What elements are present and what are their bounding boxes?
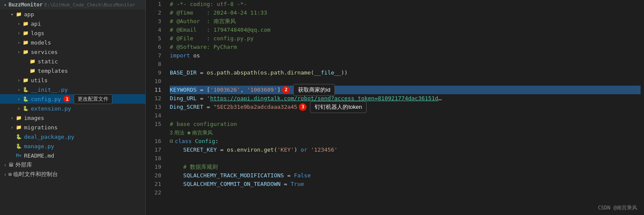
code-line-18 <box>170 154 641 163</box>
folder-icon: 📁 <box>22 39 29 46</box>
folder-icon: 📁 <box>15 114 22 121</box>
code-text: # @File : config.py.py <box>170 34 254 43</box>
file-explorer[interactable]: BuzzMonitor E:\GitHub_Code_Check\BuzzMon… <box>0 0 146 215</box>
fold-icon[interactable]: ⊟ <box>170 137 173 146</box>
sidebar-root[interactable]: BuzzMonitor E:\GitHub_Code_Check\BuzzMon… <box>0 0 145 9</box>
code-text: ) <box>294 146 301 154</box>
code-text: # @Author : 南宫乘风 <box>170 17 236 26</box>
code-text <box>170 171 183 180</box>
callout-badge-2: 2 <box>282 86 290 94</box>
code-line-16: ⊟ class Config : <box>170 137 641 146</box>
code-text: class <box>175 137 192 146</box>
ln-17: 17 <box>149 146 161 154</box>
code-text: "SEC2b31e9ba2adcdaaa32a45 <box>214 103 298 111</box>
sidebar-item-ext-libs[interactable]: 🏛 外部库 <box>0 160 145 170</box>
csdn-watermark: CSDN @南宫乘风 <box>598 204 637 212</box>
ln-usage <box>149 128 161 137</box>
code-text <box>170 180 183 188</box>
sidebar-item-readme[interactable]: M+ README.md <box>0 151 145 160</box>
ln-3: 3 <box>149 17 161 26</box>
sidebar-item-api[interactable]: 📁 api <box>0 19 145 28</box>
code-text: 'KEY' <box>277 146 294 154</box>
init-label: __init__.py <box>31 87 68 93</box>
folder-icon: 📁 <box>22 30 29 36</box>
code-text: SQLALCHEMY_TRACK_MODIFICATIONS <box>183 171 284 180</box>
folder-icon: 📁 <box>15 124 22 131</box>
code-line-9: BASE_DIR = os.path.abspath ( os.path.dir… <box>170 69 641 77</box>
code-text: # -*- coding: utf-8 -*- <box>170 0 247 9</box>
code-line-2: # @Time : 2024-04-24 11:33 <box>170 9 641 17</box>
sidebar-item-utils[interactable]: 📁 utils <box>0 75 145 85</box>
sidebar-item-static[interactable]: 📁 static <box>0 57 145 66</box>
ext-label: extension.py <box>31 105 71 112</box>
code-text: '123456' <box>311 146 338 154</box>
ln-9: 9 <box>149 69 161 77</box>
ln-5: 5 <box>149 34 161 43</box>
code-text: = <box>203 103 213 111</box>
code-text: Ding_SCRET <box>170 103 203 111</box>
code-text: … <box>438 94 442 103</box>
code-text: or <box>301 146 307 154</box>
code-line-19: # 数据库规则 <box>170 163 641 171</box>
ln-8: 8 <box>149 60 161 69</box>
ln-18: 18 <box>149 154 161 163</box>
config-tooltip: 更改配置文件 <box>74 94 112 104</box>
ext-arrow <box>15 105 22 112</box>
ln-21: 21 <box>149 180 161 188</box>
code-text: , <box>240 86 247 94</box>
folder-icon: 📁 <box>15 11 22 18</box>
ext-libs-label: 外部库 <box>15 161 32 169</box>
temp-icon: ⊞ <box>9 171 12 177</box>
code-text <box>307 146 311 154</box>
code-text: KEYWORDS <box>170 86 197 94</box>
sidebar-item-temp-console[interactable]: ⊞ 临时文件和控制台 <box>0 170 145 179</box>
ln-6: 6 <box>149 43 161 51</box>
code-text <box>170 163 183 171</box>
ln-4: 4 <box>149 26 161 34</box>
code-line-21: SQLALCHEMY_COMMIT_ON_TEARDOWN = True <box>170 180 641 188</box>
static-label: static <box>38 58 58 65</box>
readme-label: README.md <box>24 152 54 159</box>
code-text: ' <box>207 94 210 103</box>
logs-arrow <box>15 30 22 36</box>
sidebar-item-services[interactable]: 📁 services <box>0 47 145 57</box>
utils-arrow <box>15 77 22 84</box>
code-text: '1003626' <box>210 86 240 94</box>
sidebar-item-manage[interactable]: 🐍 manage.py <box>0 141 145 151</box>
code-line-10 <box>170 77 641 86</box>
sidebar-item-config[interactable]: 🐍 config.py 1 更改配置文件 <box>0 94 145 104</box>
code-text: ] <box>277 86 281 94</box>
sidebar-item-init[interactable]: 🐍 __init__.py <box>0 85 145 94</box>
ext-libs-icon: 🏛 <box>9 162 14 168</box>
sidebar-item-templates[interactable]: 📁 templates <box>0 66 145 75</box>
code-line-11: KEYWORDS = [ '1003626' , '1003609' ] 2 获… <box>170 86 641 94</box>
ln-15: 15 <box>149 120 161 128</box>
ln-12: 12 <box>149 94 161 103</box>
code-line-4: # @Email : 1794748404@qq.com <box>170 26 641 34</box>
sidebar-item-app[interactable]: 📁 app <box>0 9 145 19</box>
code-text: Config <box>195 137 215 146</box>
callout-badge-3: 3 <box>299 103 307 111</box>
sidebar-item-migrations[interactable]: 📁 migrations <box>0 122 145 132</box>
templates-label: templates <box>38 68 68 74</box>
sidebar-item-deal-package[interactable]: 🐍 deal_package.py <box>0 132 145 141</box>
code-text: # 数据库规则 <box>183 163 218 171</box>
code-text: # @Time : 2024-04-24 11:33 <box>170 9 267 17</box>
code-text: # @Email : 1794748404@qq.com <box>170 26 271 34</box>
code-text: False <box>294 171 311 180</box>
sidebar-item-extension[interactable]: 🐍 extension.py <box>0 104 145 113</box>
code-text: ( <box>274 146 277 154</box>
code-line-7: import os <box>170 51 641 60</box>
sidebar-item-images[interactable]: 📁 images <box>0 113 145 122</box>
sidebar-item-logs[interactable]: 📁 logs <box>0 28 145 38</box>
ln-11: 11 <box>149 86 161 94</box>
code-area[interactable]: # -*- coding: utf-8 -*- # @Time : 2024-0… <box>166 0 644 215</box>
code-usage-hint: 3 用法 ♣ 南宫乘风 <box>170 128 641 137</box>
code-text: = <box>280 180 290 188</box>
code-text: BASE_DIR <box>170 69 197 77</box>
config-label: config.py <box>31 96 61 102</box>
code-text: Ding_URL <box>170 94 197 103</box>
code-line-3: # @Author : 南宫乘风 <box>170 17 641 26</box>
sidebar-item-models[interactable]: 📁 models <box>0 38 145 47</box>
ln-20: 20 <box>149 171 161 180</box>
